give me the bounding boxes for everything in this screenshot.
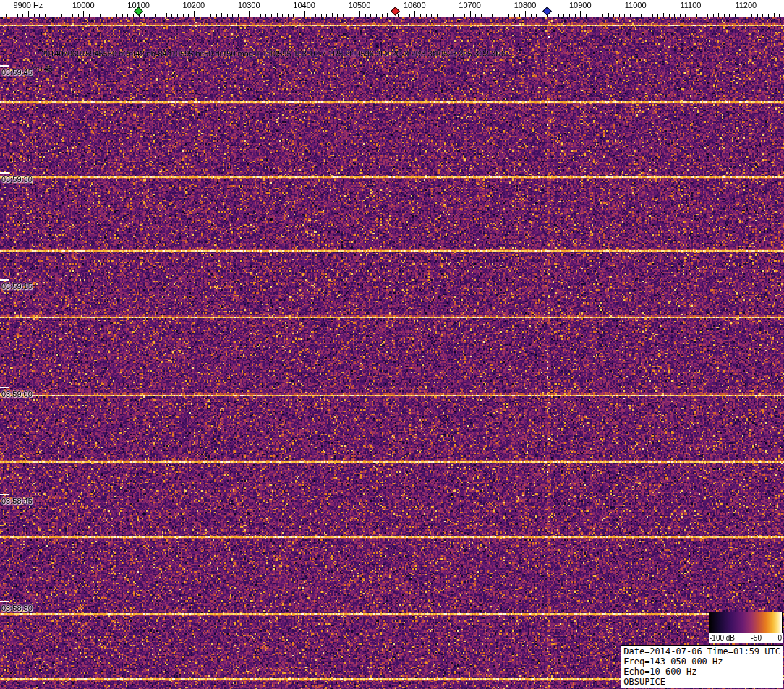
cursor-time-label: ^t+45 [33,64,53,73]
ruler-tick [685,14,686,17]
ruler-tick [751,14,752,17]
ruler-label-10400: 10400 [293,1,315,9]
ruler-tick [326,14,327,17]
time-tick-dash [0,494,9,495]
ruler-tick [277,13,278,17]
ruler-tick [729,14,730,17]
ruler-tick [580,11,581,17]
ruler-tick [393,14,393,17]
ruler-label-11200: 11200 [735,1,757,9]
time-label: 03:59:30 [1,176,33,184]
ruler-tick [519,14,520,17]
ruler-tick [288,14,289,17]
ruler-tick [592,14,592,17]
ruler-tick [161,14,161,17]
ruler-tick [227,14,228,17]
ruler-tick [188,14,189,17]
ruler-tick [586,14,587,17]
ruler-tick [563,14,564,17]
ruler-label-10900: 10900 [569,1,592,9]
ruler-label-10600: 10600 [404,1,426,9]
ruler-label-10700: 10700 [459,1,481,9]
ruler-tick [498,13,498,17]
ruler-tick [244,14,244,17]
time-label: 03:59:45 [1,69,33,77]
ruler-tick [608,13,609,17]
ruler-tick [293,14,294,17]
ruler-tick [122,14,123,17]
ruler-tick [22,14,23,17]
time-label: 03:58:30 [1,604,33,612]
ruler-tick [525,11,526,17]
ruler-tick [757,14,758,17]
colorbar-min-label: -100 dB [710,633,735,643]
ruler-tick [669,14,670,17]
ruler-tick [531,14,532,17]
info-line-station: OBSUPICE [623,677,780,687]
ruler-tick [420,14,421,17]
ruler-tick [365,14,366,17]
ruler-tick [343,14,344,17]
spectrogram-app: 9900 Hz100001010010200103001040010500106… [0,0,784,689]
ruler-tick [1,13,1,17]
ruler-tick [133,14,134,17]
ruler-label-10500: 10500 [349,1,371,9]
ruler-tick [28,11,29,17]
ruler-tick [597,14,597,17]
ruler-tick [337,14,338,17]
ruler-tick [45,14,46,17]
ruler-tick [536,14,537,17]
ruler-tick [762,14,763,17]
ruler-tick [332,13,333,17]
ruler-tick [503,14,503,17]
ruler-tick [619,14,620,17]
ruler-tick [238,14,239,17]
ruler-tick [359,11,360,17]
ruler-label-10000: 10000 [72,1,95,9]
ruler-tick [464,14,465,17]
time-label: 03:58:45 [1,497,33,505]
colorbar-gradient [709,612,783,633]
ruler-tick [569,14,570,17]
ruler-tick [321,14,322,17]
time-tick-dash [0,279,9,281]
ruler-tick [6,14,7,17]
ruler-tick [349,14,349,17]
blue-freq-marker[interactable] [542,7,552,16]
ruler-tick [641,14,642,17]
ruler-label-9900: 9900 Hz [13,1,43,9]
ruler-tick [630,14,631,17]
ruler-tick [431,14,432,17]
ruler-tick [680,14,681,17]
ruler-tick [382,14,383,17]
ruler-tick [779,14,780,17]
frequency-ruler: 9900 Hz100001010010200103001040010500106… [0,0,784,17]
ruler-tick [116,14,117,17]
ruler-tick [150,14,150,17]
ruler-tick [414,11,415,17]
info-line-frequency: Freq=143 050 000 Hz [623,656,780,667]
ruler-tick [768,14,769,17]
ruler-tick [17,14,18,17]
ruler-tick [508,14,509,17]
time-label: 03:59:15 [1,283,33,291]
spectrogram-canvas[interactable] [0,17,784,689]
ruler-tick [83,11,84,17]
ruler-tick [475,14,476,17]
spectrogram-page: { "ruler": { "unit": "Hz", "freq_at_left… [0,0,784,689]
ruler-tick [652,14,653,17]
ruler-tick [459,14,459,17]
ruler-tick [171,14,172,17]
ruler-tick [735,14,736,17]
ruler-tick [696,14,697,17]
ruler-tick [636,11,636,17]
ruler-tick [271,14,272,17]
ruler-tick [67,14,67,17]
ruler-tick [216,14,217,17]
ruler-tick [487,14,487,17]
ruler-tick [299,14,299,17]
ruler-tick [95,14,95,17]
ruler-tick [144,14,145,17]
time-tick-dash [0,601,9,602]
ruler-tick [453,14,454,17]
